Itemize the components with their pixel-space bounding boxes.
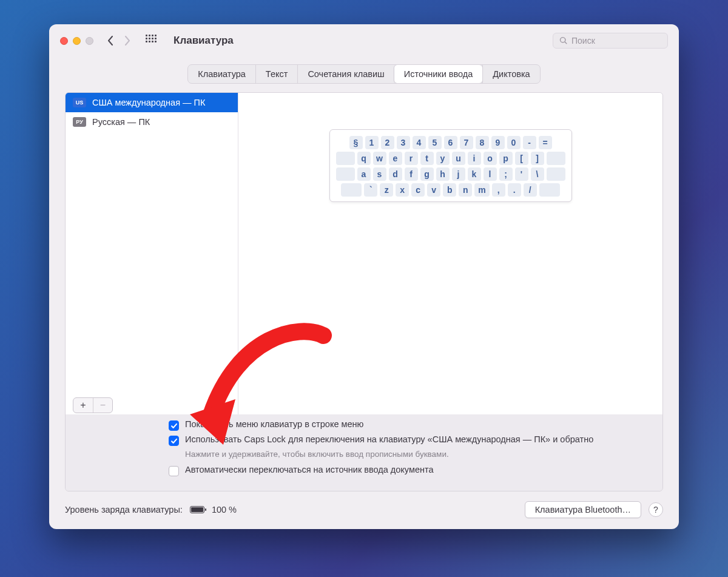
keyboard-layout: §1234567890-= qwertyuiop[] asdfghjkl;'\ … <box>329 129 572 202</box>
titlebar: Клавиатура Поиск <box>49 24 679 57</box>
preferences-window: Клавиатура Поиск Клавиатура Текст Сочета… <box>49 24 679 529</box>
key: n <box>459 183 472 197</box>
source-item-us[interactable]: US США международная — ПК <box>66 93 238 112</box>
key: § <box>349 136 363 149</box>
bluetooth-keyboard-button[interactable]: Клавиатура Bluetooth… <box>525 501 641 518</box>
key: e <box>389 152 402 165</box>
option-label: Использовать Caps Lock для переключения … <box>185 434 593 444</box>
key: [ <box>515 152 528 165</box>
add-source-button[interactable]: + <box>73 398 93 413</box>
show-all-icon[interactable] <box>146 35 158 47</box>
key: l <box>484 167 497 181</box>
battery-label: Уровень заряда клавиатуры: <box>65 505 183 515</box>
key: ; <box>499 167 513 181</box>
checkbox-caps-lock[interactable] <box>169 436 179 446</box>
source-label: США международная — ПК <box>92 98 205 107</box>
key: u <box>452 152 465 165</box>
option-label: Показывать меню клавиатур в строке меню <box>185 419 363 429</box>
flag-us-icon: US <box>73 98 86 107</box>
key: - <box>523 136 536 149</box>
window-title: Клавиатура <box>174 35 234 47</box>
option-caps-lock: Использовать Caps Lock для переключения … <box>169 434 650 446</box>
key: s <box>373 167 386 181</box>
key: a <box>357 167 371 181</box>
search-placeholder: Поиск <box>571 36 595 46</box>
remove-source-button[interactable]: − <box>93 398 112 413</box>
key: j <box>452 167 465 181</box>
key: v <box>427 183 440 197</box>
tab-keyboard[interactable]: Клавиатура <box>188 65 255 83</box>
tab-dictation[interactable]: Диктовка <box>482 65 539 83</box>
key: t <box>420 152 434 165</box>
key: / <box>524 183 537 197</box>
key: y <box>436 152 450 165</box>
option-hint: Нажмите и удерживайте, чтобы включить вв… <box>185 450 650 459</box>
key: ' <box>515 167 528 181</box>
key: , <box>492 183 505 197</box>
key: 3 <box>397 136 410 149</box>
option-label: Автоматически переключаться на источник … <box>185 465 434 474</box>
key: = <box>539 136 552 149</box>
key: 9 <box>491 136 505 149</box>
battery-percentage: 100 % <box>212 505 237 515</box>
flag-ru-icon: РУ <box>73 117 86 127</box>
zoom-window-button[interactable] <box>86 37 93 45</box>
key: ] <box>531 152 544 165</box>
key: g <box>420 167 434 181</box>
battery-icon <box>190 506 204 513</box>
search-field[interactable]: Поиск <box>553 33 668 49</box>
input-sources-panel: US США международная — ПК РУ Русская — П… <box>65 92 663 491</box>
key: 2 <box>381 136 394 149</box>
key: z <box>380 183 393 197</box>
key: f <box>405 167 418 181</box>
key: \ <box>531 167 544 181</box>
key: w <box>373 152 386 165</box>
forward-button[interactable] <box>121 35 133 47</box>
key: i <box>468 152 481 165</box>
key: 8 <box>476 136 489 149</box>
key: o <box>484 152 497 165</box>
key: r <box>405 152 418 165</box>
footer: Уровень заряда клавиатуры: 100 % Клавиат… <box>49 491 679 529</box>
tab-text[interactable]: Текст <box>255 65 298 83</box>
key: x <box>396 183 409 197</box>
checkbox-show-menu[interactable] <box>169 420 179 431</box>
key: m <box>474 183 489 197</box>
key: 4 <box>413 136 426 149</box>
checkbox-auto-switch[interactable] <box>169 466 179 476</box>
key: 5 <box>428 136 442 149</box>
key: ` <box>364 183 377 197</box>
source-item-ru[interactable]: РУ Русская — ПК <box>66 112 238 132</box>
option-auto-switch: Автоматически переключаться на источник … <box>169 465 650 476</box>
key: 1 <box>365 136 379 149</box>
tab-bar: Клавиатура Текст Сочетания клавиш Источн… <box>187 64 540 84</box>
tab-input-sources[interactable]: Источники ввода <box>394 64 484 84</box>
key: 6 <box>444 136 457 149</box>
key: h <box>436 167 450 181</box>
key: d <box>389 167 402 181</box>
keyboard-preview: §1234567890-= qwertyuiop[] asdfghjkl;'\ … <box>238 93 662 414</box>
source-label: Русская — ПК <box>92 117 150 127</box>
key: 0 <box>507 136 521 149</box>
key: b <box>443 183 456 197</box>
sources-list: US США международная — ПК РУ Русская — П… <box>66 93 238 414</box>
options-area: Показывать меню клавиатур в строке меню … <box>66 414 662 491</box>
add-remove-controls: + − <box>73 397 113 413</box>
window-controls <box>60 37 93 45</box>
key: . <box>508 183 521 197</box>
tab-shortcuts[interactable]: Сочетания клавиш <box>297 65 394 83</box>
key: 7 <box>460 136 473 149</box>
close-window-button[interactable] <box>60 37 68 45</box>
option-show-menu: Показывать меню клавиатур в строке меню <box>169 419 650 431</box>
help-button[interactable]: ? <box>649 502 663 517</box>
search-icon <box>559 36 568 45</box>
key: c <box>411 183 425 197</box>
minimize-window-button[interactable] <box>73 37 81 45</box>
key: p <box>499 152 513 165</box>
key: q <box>357 152 371 165</box>
key: k <box>468 167 481 181</box>
back-button[interactable] <box>104 35 116 47</box>
